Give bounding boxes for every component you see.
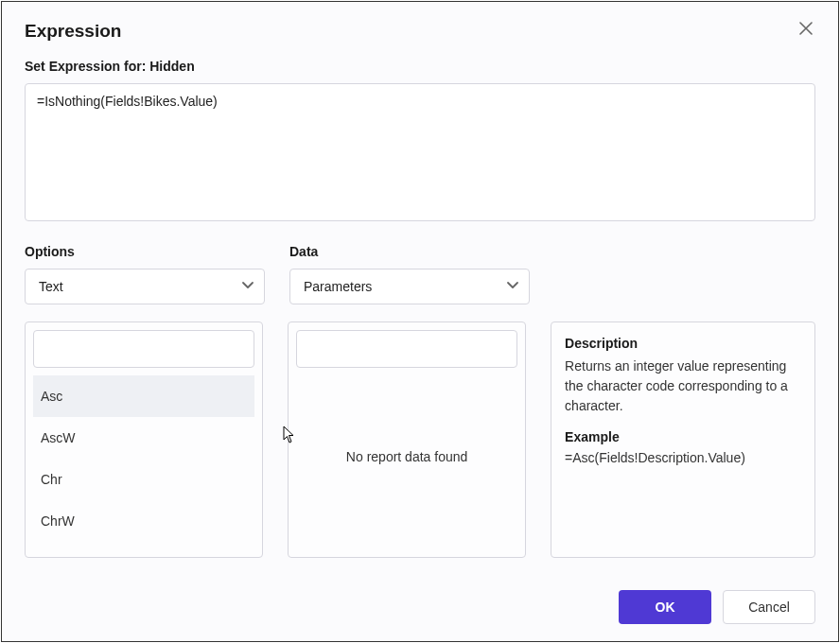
options-select[interactable]: Text — [25, 269, 265, 304]
ok-button[interactable]: OK — [619, 590, 711, 624]
list-item[interactable]: Asc — [33, 375, 254, 417]
dialog-title: Expression — [25, 21, 121, 42]
options-search-input[interactable] — [33, 330, 254, 368]
data-label: Data — [289, 244, 530, 259]
dialog-header: Expression — [25, 21, 815, 42]
list-item[interactable]: Chr — [33, 459, 254, 500]
description-text: Returns an integer value representing th… — [565, 356, 801, 416]
set-expression-label: Set Expression for: Hidden — [25, 59, 815, 74]
example-heading: Example — [565, 429, 801, 444]
close-button[interactable] — [796, 21, 815, 40]
data-select[interactable]: Parameters — [289, 269, 530, 304]
options-select-value: Text — [39, 279, 63, 294]
options-list[interactable]: Asc AscW Chr ChrW — [33, 375, 254, 557]
expression-dialog: Expression Set Expression for: Hidden Op… — [1, 1, 839, 642]
cancel-button[interactable]: Cancel — [723, 590, 815, 624]
no-data-message: No report data found — [296, 375, 517, 557]
options-label: Options — [25, 244, 265, 259]
data-panel: No report data found — [288, 322, 526, 558]
example-text: =Asc(Fields!Description.Value) — [565, 450, 801, 465]
close-icon — [799, 22, 813, 39]
description-heading: Description — [565, 336, 801, 351]
expression-input[interactable] — [25, 83, 815, 221]
description-panel: Description Returns an integer value rep… — [551, 322, 815, 558]
data-search-input[interactable] — [296, 330, 517, 368]
options-panel: Asc AscW Chr ChrW — [25, 322, 263, 558]
data-select-value: Parameters — [304, 279, 372, 294]
list-item[interactable]: AscW — [33, 417, 254, 459]
dialog-footer: OK Cancel — [619, 590, 815, 624]
list-item[interactable]: ChrW — [33, 500, 254, 542]
